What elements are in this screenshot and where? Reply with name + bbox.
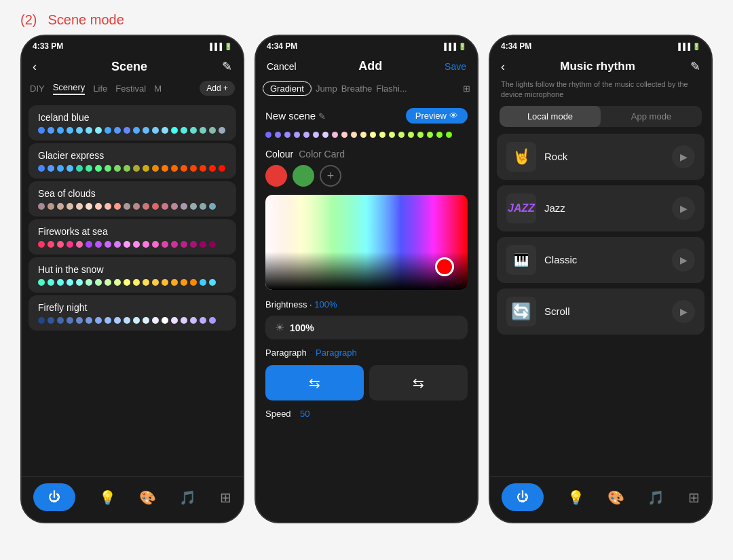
power-button-1[interactable]: ⏻ [33, 483, 75, 511]
genre-jazz[interactable]: JAZZ Jazz ▶ [497, 185, 704, 231]
tab-m[interactable]: M [154, 83, 162, 94]
power-button-3[interactable]: ⏻ [502, 483, 544, 511]
music-genre-list: 🤘 Rock ▶ JAZZ Jazz ▶ 🎹 Classic ▶ 🔄 [490, 134, 711, 340]
tab-life[interactable]: Life [93, 83, 107, 94]
classic-play-button[interactable]: ▶ [672, 248, 695, 272]
dots-snow [38, 279, 227, 286]
tab-festival[interactable]: Festival [115, 83, 146, 94]
tab-scenery[interactable]: Scenery [53, 82, 86, 95]
tab-gradient[interactable]: Gradient [263, 81, 312, 96]
jazz-play-button[interactable]: ▶ [672, 197, 695, 220]
preview-button[interactable]: Preview 👁 [406, 108, 468, 124]
tab-flash[interactable]: Flashi... [376, 83, 407, 94]
grid-button-1[interactable]: ⊞ [220, 489, 231, 506]
status-icons-3: ▐▐▐ 🔋 [676, 43, 700, 50]
signal-icon-2: ▐▐▐ [442, 43, 456, 50]
scene-name-snow: Hut in the snow [38, 264, 227, 275]
effect-tabs: Gradient Jump Breathe Flashi... ⊞ [256, 76, 477, 101]
color-picker-cursor[interactable] [435, 257, 454, 276]
status-bar-2: 4:34 PM ▐▐▐ 🔋 [256, 36, 477, 54]
music-description: The lights follow the rhythm of the musi… [490, 77, 711, 106]
scene-name-row: New scene ✎ Preview 👁 [256, 101, 477, 126]
app-mode-button[interactable]: App mode [601, 106, 702, 127]
scroll-play-button[interactable]: ▶ [672, 300, 695, 323]
music-button-1[interactable]: 🎵 [179, 489, 196, 506]
rock-play-button[interactable]: ▶ [672, 145, 695, 168]
dots-glacier [38, 165, 227, 172]
palette-button-1[interactable]: 🎨 [139, 489, 156, 506]
save-button[interactable]: Save [445, 61, 466, 72]
section-number: (2) [20, 12, 37, 28]
power-icon-3[interactable]: ⏻ [502, 483, 544, 511]
pattern-btn-1[interactable]: ⇆ [265, 365, 364, 400]
colour-card-label[interactable]: Color Card [299, 149, 345, 160]
add-header: Cancel Add Save [256, 54, 477, 76]
grid-icon-1: ⊞ [220, 489, 231, 506]
signal-icon-3: ▐▐▐ [676, 43, 690, 50]
brightness-pct-value: 100% [290, 322, 314, 333]
colour-label: Colour [265, 149, 293, 160]
genre-rock[interactable]: 🤘 Rock ▶ [497, 134, 704, 180]
genre-classic[interactable]: 🎹 Classic ▶ [497, 237, 704, 283]
palette-icon-1: 🎨 [139, 489, 156, 506]
time-3: 4:34 PM [501, 41, 531, 51]
scene-item-glacier[interactable]: Glacier express [29, 143, 236, 179]
color-add-button[interactable]: + [320, 165, 341, 187]
music-icon-1: 🎵 [179, 489, 196, 506]
colour-row: Colour Color Card [265, 149, 468, 160]
dots-sea-clouds [38, 203, 227, 210]
pattern-icon-1: ⇆ [309, 375, 320, 391]
status-icons-1: ▐▐▐ 🔋 [208, 43, 232, 50]
scene-item-iceland[interactable]: Iceland blue [29, 105, 236, 141]
color-swatch-red[interactable] [265, 165, 287, 187]
section-title: Scene mode [48, 12, 124, 28]
eye-icon: 👁 [449, 111, 458, 121]
power-icon-1[interactable]: ⏻ [33, 483, 75, 511]
more-effects-icon[interactable]: ⊞ [463, 83, 470, 94]
paragraph-row: Paragraph · Paragraph [256, 342, 477, 362]
status-bar-1: 4:33 PM ▐▐▐ 🔋 [22, 36, 243, 54]
music-button-3[interactable]: 🎵 [647, 489, 664, 506]
back-icon-3[interactable]: ‹ [501, 60, 505, 74]
speed-row: Speed · 50 [256, 403, 477, 424]
edit-icon-3[interactable]: ✎ [690, 59, 700, 74]
scene-item-firefly[interactable]: Firefly night [29, 295, 236, 331]
music-icon-3: 🎵 [647, 489, 664, 506]
edit-icon-1[interactable]: ✎ [222, 59, 232, 74]
add-button[interactable]: Add + [200, 81, 235, 96]
scene-name-fireworks: Fireworks at sea [38, 226, 227, 237]
bulb-button-3[interactable]: 💡 [567, 489, 584, 506]
palette-button-3[interactable]: 🎨 [607, 489, 624, 506]
palette-icon-3: 🎨 [607, 489, 624, 506]
status-icons-2: ▐▐▐ 🔋 [442, 43, 466, 50]
preview-dots-row [256, 126, 477, 143]
grid-icon-3: ⊞ [688, 489, 700, 506]
pattern-btn-2[interactable]: ⇆ [369, 365, 468, 400]
local-mode-button[interactable]: Local mode [500, 106, 601, 127]
scene-item-snow[interactable]: Hut in the snow [29, 257, 236, 293]
jazz-label: Jazz [544, 202, 664, 214]
dots-fireworks [38, 241, 227, 248]
genre-scroll[interactable]: 🔄 Scroll ▶ [497, 288, 704, 335]
scene-item-sea-clouds[interactable]: Sea of clouds [29, 181, 236, 217]
cancel-button[interactable]: Cancel [267, 61, 297, 72]
scene-item-fireworks[interactable]: Fireworks at sea [29, 219, 236, 255]
tab-breathe[interactable]: Breathe [341, 83, 373, 94]
bulb-button-1[interactable]: 💡 [99, 489, 116, 506]
bulb-icon-3: 💡 [567, 489, 584, 506]
wifi-icon-1: 🔋 [224, 43, 232, 50]
rock-icon: 🤘 [506, 142, 536, 172]
tab-jump[interactable]: Jump [316, 83, 337, 94]
bulb-icon-1: 💡 [99, 489, 116, 506]
music-header: ‹ Music rhythm ✎ [490, 54, 711, 77]
brightness-slider[interactable]: ☀ 100% [265, 316, 468, 339]
tab-diy[interactable]: DIY [30, 83, 45, 94]
scene-name-firefly: Firefly night [38, 302, 227, 313]
brightness-label: Brightness · 100% [265, 299, 337, 310]
mode-toggle: Local mode App mode [500, 106, 702, 127]
pattern-row: ⇆ ⇆ [256, 362, 477, 403]
rock-label: Rock [544, 151, 664, 162]
grid-button-3[interactable]: ⊞ [688, 489, 700, 506]
color-picker[interactable] [265, 195, 468, 290]
color-swatch-green[interactable] [293, 165, 314, 187]
